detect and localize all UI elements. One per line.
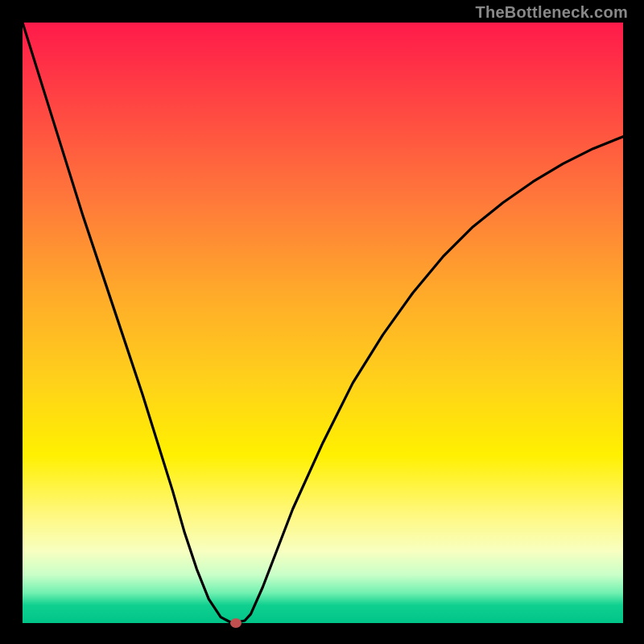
plot-area: [23, 23, 623, 623]
optimal-point-marker: [230, 618, 242, 628]
watermark-text: TheBottleneck.com: [475, 3, 628, 22]
chart-frame: TheBottleneck.com: [0, 0, 644, 644]
bottleneck-curve: [23, 23, 623, 622]
curve-svg: [23, 23, 623, 623]
